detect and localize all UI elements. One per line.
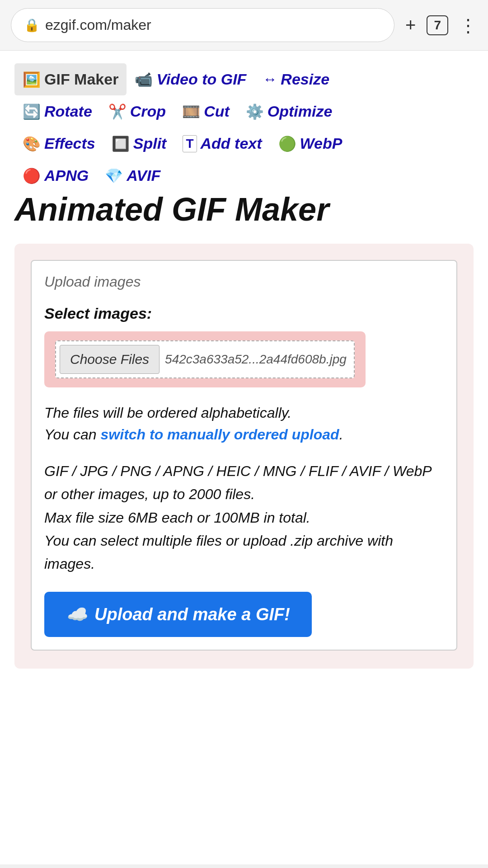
split-icon: 🔲 [112,135,130,152]
nav-label-gif-maker: GIF Maker [44,71,118,88]
nav-item-rotate[interactable]: 🔄 Rotate [14,95,100,127]
nav-row-1: 🖼️ GIF Maker 📹 Video to GIF ↔️ Resize [14,63,474,95]
nav-item-webp[interactable]: 🟢 WebP [270,127,351,160]
nav-row-4: 🔴 APNG 💎 AVIF [14,160,474,192]
select-images-label: Select images: [44,305,444,322]
new-tab-button[interactable]: + [405,15,416,35]
choose-files-button[interactable]: Choose Files [60,345,160,374]
nav-label-add-text: Add text [201,135,262,152]
video-to-gif-icon: 📹 [135,71,153,88]
nav-item-apng[interactable]: 🔴 APNG [14,160,97,192]
main-nav: 🖼️ GIF Maker 📹 Video to GIF ↔️ Resize 🔄 … [14,63,474,192]
nav-label-resize: Resize [281,71,329,88]
tab-count-button[interactable]: 7 [427,15,448,35]
file-name-display: 542c3a633a52...2a44fd608b.jpg [163,352,354,367]
resize-icon: ↔️ [263,71,277,88]
rotate-icon: 🔄 [23,103,41,120]
apng-icon: 🔴 [23,167,41,184]
upload-box-label: Upload images [44,274,444,290]
nav-label-cut: Cut [204,103,230,120]
address-bar[interactable]: 🔒 ezgif.com/maker [11,8,394,42]
nav-item-resize[interactable]: ↔️ Resize [254,63,338,95]
alphabetical-info: The files will be ordered alphabetically… [44,402,444,445]
add-text-icon: T [183,135,197,152]
avif-icon: 💎 [105,167,123,184]
webp-icon: 🟢 [278,135,296,152]
nav-label-webp: WebP [300,135,343,152]
upload-box: Upload images Select images: Choose File… [31,260,457,651]
upload-button[interactable]: ☁️ Upload and make a GIF! [44,592,312,637]
nav-item-split[interactable]: 🔲 Split [103,127,175,160]
cut-icon: 🎞️ [182,103,200,120]
nav-label-optimize: Optimize [267,103,333,120]
file-input-area[interactable]: Choose Files 542c3a633a52...2a44fd608b.j… [44,331,366,387]
gif-maker-icon: 🖼️ [23,71,41,88]
nav-label-apng: APNG [44,167,89,184]
nav-label-avif: AVIF [127,167,160,184]
more-menu-button[interactable]: ⋮ [459,15,477,36]
nav-item-avif[interactable]: 💎 AVIF [97,160,169,192]
page-content: 🖼️ GIF Maker 📹 Video to GIF ↔️ Resize 🔄 … [0,51,488,864]
nav-item-cut[interactable]: 🎞️ Cut [174,95,238,127]
nav-item-optimize[interactable]: ⚙️ Optimize [238,95,341,127]
nav-label-effects: Effects [44,135,95,152]
page-title: Animated GIF Maker [14,192,474,227]
nav-item-gif-maker[interactable]: 🖼️ GIF Maker [14,63,127,95]
nav-label-crop: Crop [130,103,166,120]
nav-label-video-to-gif: Video to GIF [156,71,246,88]
nav-item-add-text[interactable]: T Add text [174,127,270,160]
crop-icon: ✂️ [108,103,127,120]
optimize-icon: ⚙️ [246,103,264,120]
upload-section: Upload images Select images: Choose File… [14,244,474,669]
browser-chrome: 🔒 ezgif.com/maker + 7 ⋮ [0,0,488,51]
file-types-info: GIF / JPG / PNG / APNG / HEIC / MNG / FL… [44,460,444,576]
nav-row-2: 🔄 Rotate ✂️ Crop 🎞️ Cut ⚙️ Optimize [14,95,474,127]
effects-icon: 🎨 [23,135,41,152]
nav-row-3: 🎨 Effects 🔲 Split T Add text 🟢 WebP [14,127,474,160]
switch-to-manual-link[interactable]: switch to manually ordered upload [101,426,339,443]
url-text: ezgif.com/maker [45,17,151,33]
nav-label-rotate: Rotate [44,103,92,120]
nav-label-split: Split [133,135,167,152]
lock-icon: 🔒 [24,18,40,33]
nav-item-effects[interactable]: 🎨 Effects [14,127,103,160]
nav-item-crop[interactable]: ✂️ Crop [100,95,174,127]
file-input-inner[interactable]: Choose Files 542c3a633a52...2a44fd608b.j… [55,340,355,378]
nav-item-video-to-gif[interactable]: 📹 Video to GIF [127,63,254,95]
upload-cloud-icon: ☁️ [66,604,87,624]
